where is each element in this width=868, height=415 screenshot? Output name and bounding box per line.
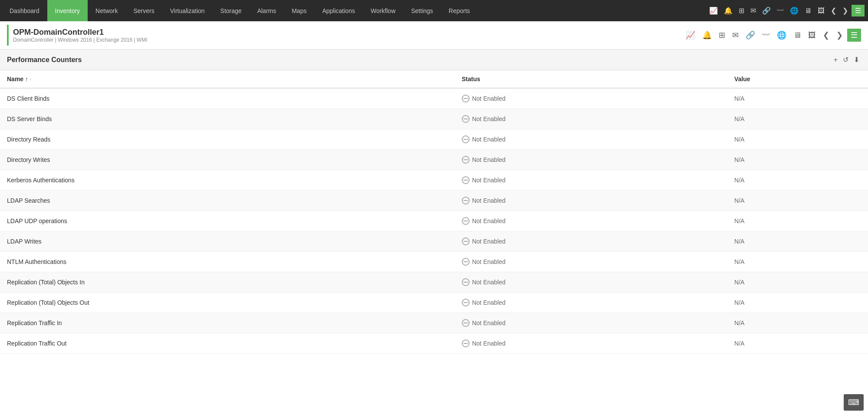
alarm-icon[interactable]: 🔔	[721, 5, 735, 16]
status-text: Not Enabled	[472, 177, 506, 184]
nav-item-servers[interactable]: Servers	[125, 0, 162, 21]
not-enabled-icon	[462, 319, 470, 327]
forward-action-icon[interactable]: ❯	[834, 29, 845, 42]
status-text: Not Enabled	[472, 136, 506, 143]
row-value: N/A	[727, 129, 868, 150]
row-status: Not Enabled	[455, 333, 727, 354]
not-enabled-icon	[462, 278, 470, 286]
table-row[interactable]: LDAP SearchesNot EnabledN/A	[0, 191, 868, 211]
image-icon[interactable]: 🖼	[815, 5, 827, 16]
status-text: Not Enabled	[472, 340, 506, 347]
refresh-button[interactable]: ↺	[841, 55, 850, 65]
chevron-left-icon[interactable]: ❮	[828, 5, 839, 16]
image-action-icon[interactable]: 🖼	[806, 29, 819, 42]
monitor-icon[interactable]: 🖥	[802, 5, 814, 16]
row-value: N/A	[727, 252, 868, 272]
mail-action-icon[interactable]: ✉	[730, 29, 741, 42]
nav-item-maps[interactable]: Maps	[284, 0, 314, 21]
globe-action-icon[interactable]: 🌐	[774, 29, 789, 42]
mail-icon[interactable]: ✉	[748, 5, 759, 16]
row-name: LDAP Searches	[0, 191, 455, 211]
table-row[interactable]: Replication (Total) Objects OutNot Enabl…	[0, 293, 868, 313]
header-accent	[7, 25, 9, 46]
nav-item-settings[interactable]: Settings	[403, 0, 441, 21]
menu-action-icon[interactable]: ☰	[847, 29, 861, 42]
row-value: N/A	[727, 109, 868, 129]
link-icon[interactable]: 🔗	[760, 5, 773, 16]
status-text: Not Enabled	[472, 279, 506, 286]
nav-item-applications[interactable]: Applications	[314, 0, 363, 21]
performance-table: Name ↑ Status Value DS Client BindsNot E…	[0, 70, 868, 354]
row-name: Replication (Total) Objects Out	[0, 293, 455, 313]
row-status: Not Enabled	[455, 109, 727, 129]
table-container: Name ↑ Status Value DS Client BindsNot E…	[0, 70, 868, 405]
row-status: Not Enabled	[455, 313, 727, 333]
header-text: OPM-DomainController1 DomainController |…	[13, 28, 148, 43]
row-name: Directory Reads	[0, 129, 455, 150]
row-status: Not Enabled	[455, 211, 727, 231]
row-value: N/A	[727, 211, 868, 231]
row-status: Not Enabled	[455, 129, 727, 150]
table-row[interactable]: Replication (Total) Objects InNot Enable…	[0, 272, 868, 293]
nav-item-workflow[interactable]: Workflow	[363, 0, 403, 21]
not-enabled-icon	[462, 197, 470, 204]
nav-item-inventory[interactable]: Inventory	[47, 0, 88, 21]
col-value: Value	[727, 70, 868, 88]
monitor-action-icon[interactable]: 🖥	[791, 29, 804, 42]
chart-action-icon[interactable]: 📈	[683, 29, 698, 42]
table-row[interactable]: Directory ReadsNot EnabledN/A	[0, 129, 868, 150]
link-action-icon[interactable]: 🔗	[743, 29, 758, 42]
wave-icon[interactable]: 〰	[774, 5, 786, 16]
globe-icon[interactable]: 🌐	[787, 5, 801, 16]
nav-item-reports[interactable]: Reports	[441, 0, 478, 21]
nav-item-alarms[interactable]: Alarms	[250, 0, 284, 21]
table-row[interactable]: Directory WritesNot EnabledN/A	[0, 150, 868, 170]
row-name: Replication Traffic In	[0, 313, 455, 333]
table-body: DS Client BindsNot EnabledN/ADS Server B…	[0, 88, 868, 354]
nav-item-dashboard[interactable]: Dashboard	[2, 0, 47, 21]
grid-action-icon[interactable]: ⊞	[716, 29, 728, 42]
row-name: Replication (Total) Objects In	[0, 272, 455, 293]
nav-item-network[interactable]: Network	[88, 0, 125, 21]
row-value: N/A	[727, 313, 868, 333]
row-status: Not Enabled	[455, 293, 727, 313]
chevron-right-icon[interactable]: ❯	[840, 5, 851, 16]
terminal-button[interactable]: ⌨	[844, 394, 864, 405]
grid-icon[interactable]: ⊞	[736, 5, 747, 16]
table-row[interactable]: LDAP WritesNot EnabledN/A	[0, 231, 868, 252]
chart-icon[interactable]: 📈	[707, 5, 720, 16]
wave-action-icon[interactable]: 〰	[760, 29, 773, 42]
table-row[interactable]: DS Server BindsNot EnabledN/A	[0, 109, 868, 129]
not-enabled-icon	[462, 115, 470, 123]
status-text: Not Enabled	[472, 299, 506, 306]
back-action-icon[interactable]: ❮	[820, 29, 832, 42]
not-enabled-icon	[462, 156, 470, 164]
page-title: OPM-DomainController1	[13, 28, 148, 37]
table-row[interactable]: Replication Traffic InNot EnabledN/A	[0, 313, 868, 333]
table-row[interactable]: Replication Traffic OutNot EnabledN/A	[0, 333, 868, 354]
not-enabled-icon	[462, 217, 470, 225]
row-status: Not Enabled	[455, 252, 727, 272]
col-name[interactable]: Name ↑	[0, 70, 455, 88]
not-enabled-icon	[462, 135, 470, 143]
row-status: Not Enabled	[455, 191, 727, 211]
table-row[interactable]: DS Client BindsNot EnabledN/A	[0, 88, 868, 109]
row-name: LDAP UDP operations	[0, 211, 455, 231]
table-row[interactable]: Kerberos AuthenticationsNot EnabledN/A	[0, 170, 868, 191]
row-value: N/A	[727, 272, 868, 293]
not-enabled-icon	[462, 176, 470, 184]
table-row[interactable]: LDAP UDP operationsNot EnabledN/A	[0, 211, 868, 231]
menu-icon[interactable]: ☰	[852, 5, 865, 16]
nav-item-virtualization[interactable]: Virtualization	[162, 0, 213, 21]
row-status: Not Enabled	[455, 88, 727, 109]
col-status: Status	[455, 70, 727, 88]
nav-item-storage[interactable]: Storage	[213, 0, 250, 21]
status-text: Not Enabled	[472, 258, 506, 265]
table-row[interactable]: NTLM AuthenticationsNot EnabledN/A	[0, 252, 868, 272]
row-name: LDAP Writes	[0, 231, 455, 252]
top-nav: DashboardInventoryNetworkServersVirtuali…	[0, 0, 868, 21]
download-button[interactable]: ⬇	[852, 55, 861, 65]
alarm-action-icon[interactable]: 🔔	[700, 29, 714, 42]
add-button[interactable]: +	[832, 55, 839, 65]
table-header-row: Name ↑ Status Value	[0, 70, 868, 88]
